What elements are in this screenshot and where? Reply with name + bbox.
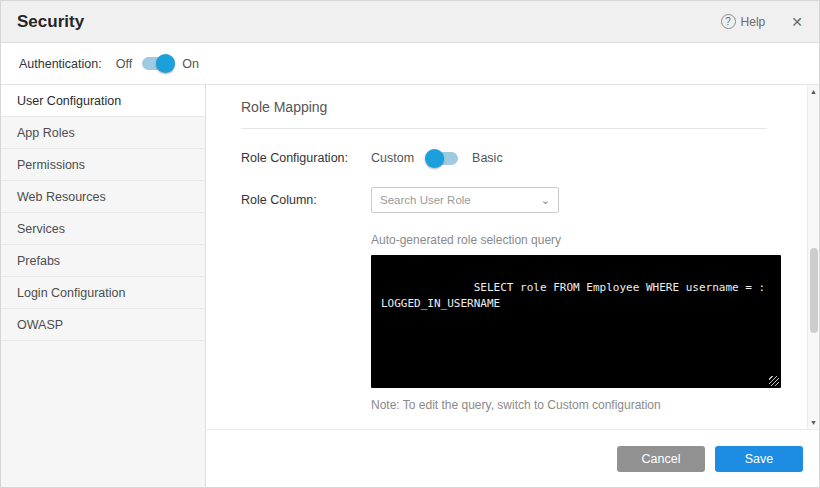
role-column-label: Role Column: [241,193,371,207]
authentication-on-label: On [182,57,199,71]
toggle-knob [156,54,175,73]
section-title: Role Mapping [241,99,767,129]
sidebar-item-web-resources[interactable]: Web Resources [1,181,205,213]
security-sidebar: User Configuration App Roles Permissions… [1,85,206,487]
sidebar-item-services[interactable]: Services [1,213,205,245]
role-column-placeholder: Search User Role [380,194,541,206]
dialog-header: Security ? Help ✕ [1,1,819,43]
sidebar-item-permissions[interactable]: Permissions [1,149,205,181]
resize-handle[interactable] [769,376,779,386]
authentication-label: Authentication: [19,57,102,71]
role-configuration-toggle[interactable] [428,152,458,165]
help-label: Help [741,15,766,29]
save-button[interactable]: Save [715,446,803,472]
basic-mode-label: Basic [472,151,503,165]
authentication-bar: Authentication: Off On [1,43,819,85]
role-configuration-row: Role Configuration: Custom Basic [241,151,767,165]
role-column-row: Role Column: Search User Role ⌄ [241,187,767,213]
dialog-footer: Cancel Save [206,429,819,487]
query-note: Note: To edit the query, switch to Custo… [371,398,767,412]
sidebar-item-owasp[interactable]: OWASP [1,309,205,341]
role-query-textarea[interactable]: SELECT role FROM Employee WHERE username… [371,255,781,388]
role-column-select[interactable]: Search User Role ⌄ [371,187,559,213]
vertical-scrollbar[interactable]: ▲ ▼ [807,85,819,429]
sidebar-item-app-roles[interactable]: App Roles [1,117,205,149]
sidebar-item-user-configuration[interactable]: User Configuration [1,85,205,117]
scroll-down-arrow-icon[interactable]: ▼ [810,416,817,429]
sidebar-item-login-configuration[interactable]: Login Configuration [1,277,205,309]
content-column: Role Mapping Role Configuration: Custom … [206,85,819,487]
help-button[interactable]: ? Help [721,14,766,29]
authentication-toggle[interactable] [142,57,172,70]
question-circle-icon: ? [721,14,736,29]
query-caption: Auto-generated role selection query [371,233,767,247]
sidebar-item-prefabs[interactable]: Prefabs [1,245,205,277]
chevron-down-icon: ⌄ [541,194,550,207]
role-mapping-panel: Role Mapping Role Configuration: Custom … [206,85,819,429]
close-icon[interactable]: ✕ [791,15,803,29]
custom-mode-label: Custom [371,151,414,165]
role-configuration-label: Role Configuration: [241,151,371,165]
role-query-text: SELECT role FROM Employee WHERE username… [381,281,765,311]
dialog-body: User Configuration App Roles Permissions… [1,85,819,487]
scrollbar-track[interactable] [808,98,819,416]
page-title: Security [17,12,721,32]
query-block: Auto-generated role selection query SELE… [371,233,767,412]
toggle-knob [425,149,444,168]
scrollbar-thumb[interactable] [810,248,818,333]
authentication-off-label: Off [116,57,132,71]
scroll-up-arrow-icon[interactable]: ▲ [810,85,817,98]
security-dialog: Security ? Help ✕ Authentication: Off On… [0,0,820,488]
cancel-button[interactable]: Cancel [617,446,705,472]
